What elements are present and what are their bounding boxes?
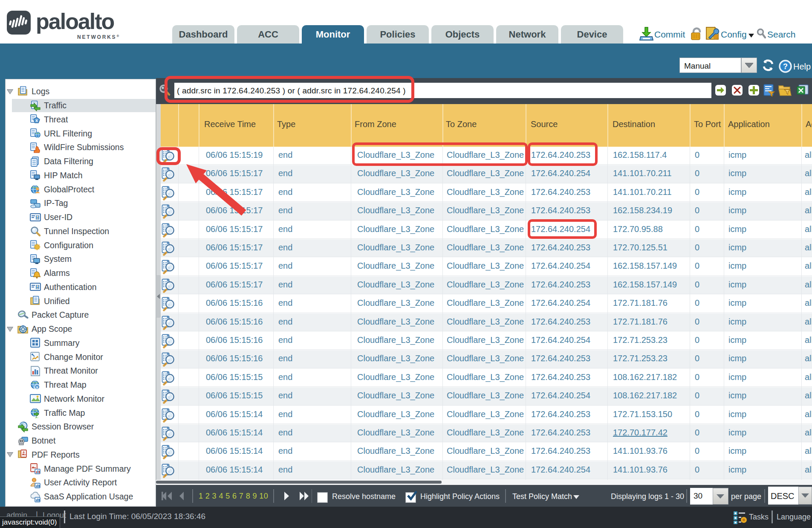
svg-text:?: ? bbox=[783, 62, 788, 71]
svg-text:A: A bbox=[23, 451, 25, 454]
svg-text:x: x bbox=[35, 118, 38, 123]
svg-text:x: x bbox=[36, 385, 38, 389]
